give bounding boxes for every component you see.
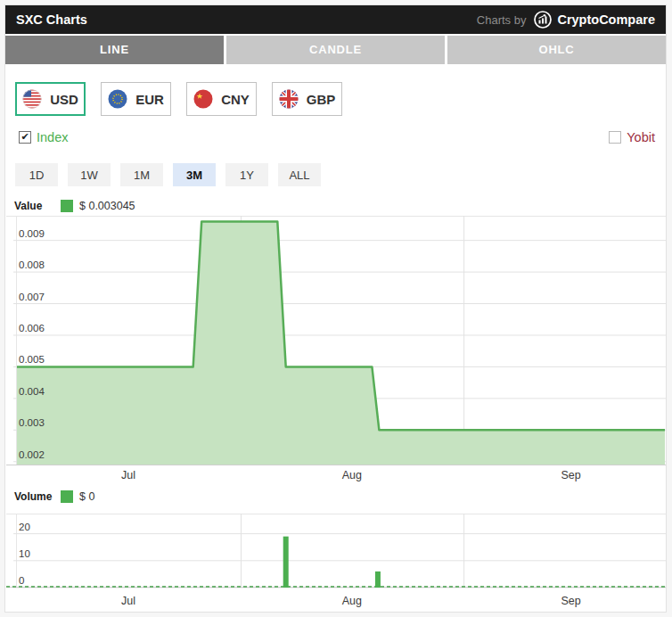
svg-text:0.004: 0.004 xyxy=(19,386,45,397)
svg-text:Aug: Aug xyxy=(342,595,362,607)
credit-label: Charts by xyxy=(477,13,527,27)
tab-ohlc[interactable]: OHLC xyxy=(447,36,666,64)
header-bar: SXC Charts Charts by CryptoCompare xyxy=(5,5,666,34)
currency-usd-button[interactable]: USD xyxy=(15,82,86,116)
volume-bar-chart[interactable]: 01020JulAugSep xyxy=(6,506,666,610)
range-all-button[interactable]: ALL xyxy=(278,163,321,186)
svg-text:Sep: Sep xyxy=(561,595,580,607)
yobit-label: Yobit xyxy=(627,130,655,144)
currency-eur-button[interactable]: EUR xyxy=(101,82,171,116)
svg-text:10: 10 xyxy=(19,548,30,559)
sxc-charts-widget: SXC Charts Charts by CryptoCompare LINE xyxy=(4,4,667,613)
value-legend-title: Value xyxy=(14,200,61,212)
eur-flag-icon xyxy=(108,89,127,109)
range-1y-button[interactable]: 1Y xyxy=(225,163,268,186)
tab-line[interactable]: LINE xyxy=(5,36,224,64)
checkbox-checked-icon xyxy=(19,131,31,144)
index-label: Index xyxy=(37,130,68,144)
volume-legend-text: $ 0 xyxy=(79,490,94,503)
currency-gbp-label: GBP xyxy=(307,92,336,107)
gbp-flag-icon xyxy=(279,89,299,109)
svg-text:0.008: 0.008 xyxy=(19,259,45,270)
currency-cny-label: CNY xyxy=(221,92,250,107)
svg-text:0.003: 0.003 xyxy=(19,417,45,428)
svg-text:Sep: Sep xyxy=(561,469,580,481)
toggle-row: Index Yobit xyxy=(19,130,655,144)
usd-flag-icon xyxy=(22,89,42,109)
range-1w-button[interactable]: 1W xyxy=(68,163,111,186)
yobit-checkbox[interactable]: Yobit xyxy=(609,130,655,144)
range-1d-button[interactable]: 1D xyxy=(15,163,58,186)
svg-text:0: 0 xyxy=(19,575,24,586)
chart-type-tabs: LINE CANDLE OHLC xyxy=(5,36,666,64)
currency-gbp-button[interactable]: GBP xyxy=(272,82,342,116)
checkbox-unchecked-icon xyxy=(609,131,621,144)
widget-title: SXC Charts xyxy=(16,12,87,27)
currency-eur-label: EUR xyxy=(135,92,164,107)
range-1m-button[interactable]: 1M xyxy=(120,163,163,186)
svg-text:Jul: Jul xyxy=(121,595,135,607)
svg-text:Aug: Aug xyxy=(342,469,362,481)
time-range-row: 1D 1W 1M 3M 1Y ALL xyxy=(15,163,666,186)
cny-flag-icon xyxy=(193,89,213,109)
volume-legend: Volume $ 0 xyxy=(14,489,666,504)
header-credit: Charts by CryptoCompare xyxy=(477,10,655,29)
currency-row: USD EUR CNY xyxy=(15,82,666,116)
value-legend-text: $ 0.003045 xyxy=(79,200,135,212)
volume-series-swatch-icon xyxy=(61,490,73,503)
cryptocompare-brand[interactable]: CryptoCompare xyxy=(533,10,655,29)
svg-text:0.002: 0.002 xyxy=(19,449,45,460)
index-checkbox[interactable]: Index xyxy=(19,130,68,144)
tab-candle[interactable]: CANDLE xyxy=(226,36,445,64)
svg-text:0.006: 0.006 xyxy=(19,323,45,333)
svg-text:0.007: 0.007 xyxy=(19,292,45,302)
volume-legend-title: Volume xyxy=(14,490,61,503)
currency-cny-button[interactable]: CNY xyxy=(186,82,257,116)
cryptocompare-logo-icon xyxy=(533,10,553,29)
range-3m-button[interactable]: 3M xyxy=(173,163,216,186)
svg-text:20: 20 xyxy=(19,522,30,532)
svg-text:0.005: 0.005 xyxy=(19,354,45,365)
value-series-swatch-icon xyxy=(61,200,73,212)
value-area-chart[interactable]: 0.0020.0030.0040.0050.0060.0070.0080.009… xyxy=(6,216,666,483)
value-legend: Value $ 0.003045 xyxy=(14,199,666,213)
currency-usd-label: USD xyxy=(50,92,78,107)
svg-text:Jul: Jul xyxy=(121,469,135,481)
brand-name: CryptoCompare xyxy=(557,12,655,27)
svg-text:0.009: 0.009 xyxy=(19,228,45,239)
